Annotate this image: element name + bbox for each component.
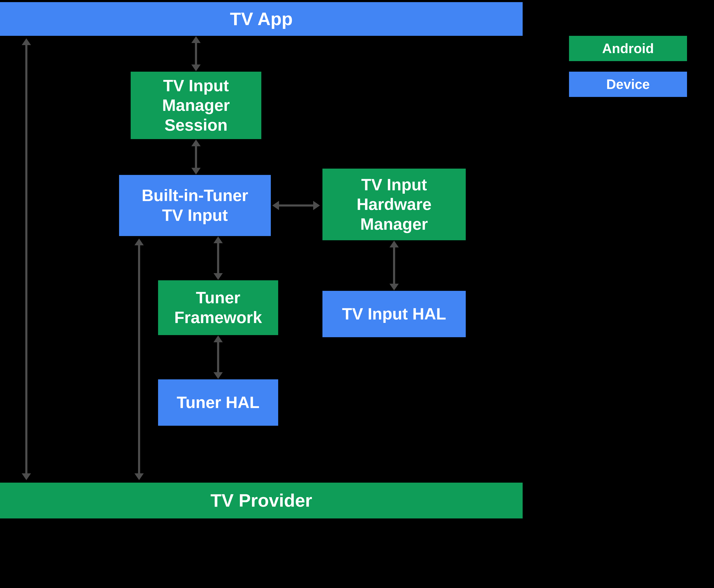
node-tuner-hal-label: Tuner HAL bbox=[177, 393, 260, 413]
node-builtin-tuner: Built-in-Tuner TV Input bbox=[119, 175, 271, 236]
node-tuner-framework: Tuner Framework bbox=[158, 280, 278, 335]
arrow-tvim-builtin bbox=[195, 145, 197, 169]
node-tv-input-hal-label: TV Input HAL bbox=[342, 304, 446, 324]
node-tv-provider: TV Provider bbox=[0, 483, 523, 519]
arrow-tunerfw-tunerhal bbox=[217, 341, 219, 373]
arrow-builtin-tunerfw bbox=[217, 243, 219, 274]
node-tvi-hw-manager: TV Input Hardware Manager bbox=[322, 169, 466, 240]
node-tvim-session-label: TV Input Manager Session bbox=[162, 76, 230, 135]
node-builtin-tuner-label: Built-in-Tuner TV Input bbox=[142, 186, 248, 225]
arrow-tvapp-tvprovider bbox=[25, 44, 27, 474]
diagram-canvas: TV App Android Device TV Input Manager S… bbox=[0, 0, 714, 588]
arrow-builtin-hwmgr bbox=[278, 205, 314, 207]
legend-android-label: Android bbox=[602, 40, 654, 57]
arrow-tvapp-tvim bbox=[195, 42, 197, 65]
arrow-builtin-tvprovider bbox=[138, 245, 140, 474]
node-tv-provider-label: TV Provider bbox=[211, 489, 312, 511]
node-tv-app: TV App bbox=[0, 2, 523, 36]
node-tv-app-label: TV App bbox=[230, 8, 293, 30]
legend-android: Android bbox=[569, 36, 687, 61]
node-tv-input-hal: TV Input HAL bbox=[322, 291, 466, 337]
arrow-hwmgr-inputhal bbox=[393, 247, 395, 285]
legend-device: Device bbox=[569, 72, 687, 97]
node-tvim-session: TV Input Manager Session bbox=[131, 72, 261, 139]
node-tvi-hw-manager-label: TV Input Hardware Manager bbox=[357, 175, 432, 234]
node-tuner-hal: Tuner HAL bbox=[158, 379, 278, 426]
node-tuner-framework-label: Tuner Framework bbox=[174, 288, 262, 327]
legend-device-label: Device bbox=[606, 76, 650, 92]
